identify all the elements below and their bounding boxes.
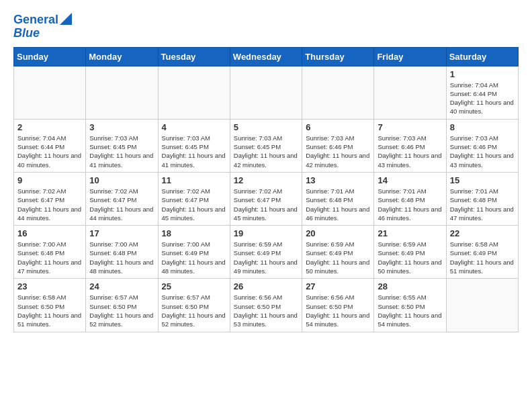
day-info: Sunrise: 7:03 AM Sunset: 6:46 PM Dayligh…	[378, 134, 442, 169]
week-row-5: 23Sunrise: 6:58 AM Sunset: 6:50 PM Dayli…	[14, 279, 519, 332]
logo-text-blue: Blue	[13, 27, 40, 40]
day-info: Sunrise: 7:02 AM Sunset: 6:47 PM Dayligh…	[89, 187, 154, 222]
logo: General Blue	[13, 13, 72, 40]
day-cell: 15Sunrise: 7:01 AM Sunset: 6:48 PM Dayli…	[446, 172, 518, 225]
day-number: 27	[306, 281, 370, 291]
week-row-3: 9Sunrise: 7:02 AM Sunset: 6:47 PM Daylig…	[14, 172, 519, 225]
day-number: 22	[450, 228, 515, 238]
day-cell: 27Sunrise: 6:56 AM Sunset: 6:50 PM Dayli…	[302, 279, 374, 332]
day-number: 14	[378, 175, 442, 185]
logo-bird-icon	[60, 13, 72, 25]
day-cell	[374, 66, 446, 119]
weekday-header-row: SundayMondayTuesdayWednesdayThursdayFrid…	[14, 47, 519, 66]
day-number: 19	[234, 228, 298, 238]
day-cell	[446, 279, 518, 332]
day-info: Sunrise: 7:03 AM Sunset: 6:45 PM Dayligh…	[89, 134, 154, 169]
day-info: Sunrise: 6:59 AM Sunset: 6:49 PM Dayligh…	[234, 240, 298, 275]
day-number: 8	[450, 122, 515, 132]
svg-marker-0	[60, 13, 72, 25]
day-info: Sunrise: 6:57 AM Sunset: 6:50 PM Dayligh…	[89, 293, 154, 328]
day-cell: 10Sunrise: 7:02 AM Sunset: 6:47 PM Dayli…	[86, 172, 158, 225]
day-cell: 5Sunrise: 7:03 AM Sunset: 6:45 PM Daylig…	[230, 119, 302, 172]
day-info: Sunrise: 7:00 AM Sunset: 6:48 PM Dayligh…	[89, 240, 154, 275]
day-cell: 17Sunrise: 7:00 AM Sunset: 6:48 PM Dayli…	[86, 226, 158, 279]
day-number: 13	[306, 175, 370, 185]
day-number: 17	[89, 228, 154, 238]
day-number: 26	[234, 281, 298, 291]
day-info: Sunrise: 7:03 AM Sunset: 6:45 PM Dayligh…	[162, 134, 226, 169]
weekday-header-wednesday: Wednesday	[230, 47, 302, 66]
day-info: Sunrise: 6:56 AM Sunset: 6:50 PM Dayligh…	[234, 293, 298, 328]
week-row-1: 1Sunrise: 7:04 AM Sunset: 6:44 PM Daylig…	[14, 66, 519, 119]
day-cell: 4Sunrise: 7:03 AM Sunset: 6:45 PM Daylig…	[158, 119, 230, 172]
day-info: Sunrise: 6:58 AM Sunset: 6:50 PM Dayligh…	[17, 293, 82, 328]
day-number: 2	[17, 122, 82, 132]
week-row-2: 2Sunrise: 7:04 AM Sunset: 6:44 PM Daylig…	[14, 119, 519, 172]
day-cell	[302, 66, 374, 119]
day-number: 1	[450, 69, 515, 79]
day-number: 9	[17, 175, 82, 185]
page-header: General Blue	[13, 13, 519, 40]
day-info: Sunrise: 6:59 AM Sunset: 6:49 PM Dayligh…	[378, 240, 442, 275]
day-cell: 8Sunrise: 7:03 AM Sunset: 6:46 PM Daylig…	[446, 119, 518, 172]
day-cell	[230, 66, 302, 119]
day-cell: 24Sunrise: 6:57 AM Sunset: 6:50 PM Dayli…	[86, 279, 158, 332]
day-info: Sunrise: 7:00 AM Sunset: 6:48 PM Dayligh…	[17, 240, 82, 275]
day-info: Sunrise: 6:56 AM Sunset: 6:50 PM Dayligh…	[306, 293, 370, 328]
weekday-header-friday: Friday	[374, 47, 446, 66]
day-info: Sunrise: 7:01 AM Sunset: 6:48 PM Dayligh…	[306, 187, 370, 222]
weekday-header-saturday: Saturday	[446, 47, 518, 66]
day-number: 5	[234, 122, 298, 132]
day-cell: 18Sunrise: 7:00 AM Sunset: 6:49 PM Dayli…	[158, 226, 230, 279]
day-cell: 9Sunrise: 7:02 AM Sunset: 6:47 PM Daylig…	[14, 172, 86, 225]
day-info: Sunrise: 7:02 AM Sunset: 6:47 PM Dayligh…	[162, 187, 226, 222]
day-cell: 1Sunrise: 7:04 AM Sunset: 6:44 PM Daylig…	[446, 66, 518, 119]
day-number: 16	[17, 228, 82, 238]
day-number: 23	[17, 281, 82, 291]
day-cell: 26Sunrise: 6:56 AM Sunset: 6:50 PM Dayli…	[230, 279, 302, 332]
day-number: 12	[234, 175, 298, 185]
day-cell: 23Sunrise: 6:58 AM Sunset: 6:50 PM Dayli…	[14, 279, 86, 332]
day-number: 10	[89, 175, 154, 185]
day-cell: 12Sunrise: 7:02 AM Sunset: 6:47 PM Dayli…	[230, 172, 302, 225]
day-cell: 19Sunrise: 6:59 AM Sunset: 6:49 PM Dayli…	[230, 226, 302, 279]
day-info: Sunrise: 7:00 AM Sunset: 6:49 PM Dayligh…	[162, 240, 226, 275]
day-info: Sunrise: 6:58 AM Sunset: 6:49 PM Dayligh…	[450, 240, 515, 275]
day-info: Sunrise: 6:55 AM Sunset: 6:50 PM Dayligh…	[378, 293, 442, 328]
day-cell: 6Sunrise: 7:03 AM Sunset: 6:46 PM Daylig…	[302, 119, 374, 172]
day-info: Sunrise: 7:01 AM Sunset: 6:48 PM Dayligh…	[450, 187, 515, 222]
calendar-table: SundayMondayTuesdayWednesdayThursdayFrid…	[13, 47, 519, 332]
day-info: Sunrise: 7:03 AM Sunset: 6:46 PM Dayligh…	[306, 134, 370, 169]
day-cell: 22Sunrise: 6:58 AM Sunset: 6:49 PM Dayli…	[446, 226, 518, 279]
day-cell: 20Sunrise: 6:59 AM Sunset: 6:49 PM Dayli…	[302, 226, 374, 279]
day-number: 25	[162, 281, 226, 291]
day-number: 4	[162, 122, 226, 132]
day-info: Sunrise: 6:57 AM Sunset: 6:50 PM Dayligh…	[162, 293, 226, 328]
day-cell: 21Sunrise: 6:59 AM Sunset: 6:49 PM Dayli…	[374, 226, 446, 279]
day-cell: 13Sunrise: 7:01 AM Sunset: 6:48 PM Dayli…	[302, 172, 374, 225]
day-number: 20	[306, 228, 370, 238]
day-number: 15	[450, 175, 515, 185]
weekday-header-monday: Monday	[86, 47, 158, 66]
day-cell	[158, 66, 230, 119]
day-info: Sunrise: 7:03 AM Sunset: 6:46 PM Dayligh…	[450, 134, 515, 169]
day-number: 18	[162, 228, 226, 238]
day-info: Sunrise: 7:02 AM Sunset: 6:47 PM Dayligh…	[17, 187, 82, 222]
day-number: 21	[378, 228, 442, 238]
week-row-4: 16Sunrise: 7:00 AM Sunset: 6:48 PM Dayli…	[14, 226, 519, 279]
day-info: Sunrise: 7:01 AM Sunset: 6:48 PM Dayligh…	[378, 187, 442, 222]
weekday-header-tuesday: Tuesday	[158, 47, 230, 66]
day-cell: 7Sunrise: 7:03 AM Sunset: 6:46 PM Daylig…	[374, 119, 446, 172]
day-number: 24	[89, 281, 154, 291]
day-info: Sunrise: 7:04 AM Sunset: 6:44 PM Dayligh…	[450, 81, 515, 116]
weekday-header-sunday: Sunday	[14, 47, 86, 66]
weekday-header-thursday: Thursday	[302, 47, 374, 66]
day-cell: 16Sunrise: 7:00 AM Sunset: 6:48 PM Dayli…	[14, 226, 86, 279]
day-number: 28	[378, 281, 442, 291]
day-info: Sunrise: 6:59 AM Sunset: 6:49 PM Dayligh…	[306, 240, 370, 275]
day-info: Sunrise: 7:02 AM Sunset: 6:47 PM Dayligh…	[234, 187, 298, 222]
day-cell: 2Sunrise: 7:04 AM Sunset: 6:44 PM Daylig…	[14, 119, 86, 172]
logo-text-general: General	[13, 13, 58, 27]
day-number: 7	[378, 122, 442, 132]
day-cell: 28Sunrise: 6:55 AM Sunset: 6:50 PM Dayli…	[374, 279, 446, 332]
